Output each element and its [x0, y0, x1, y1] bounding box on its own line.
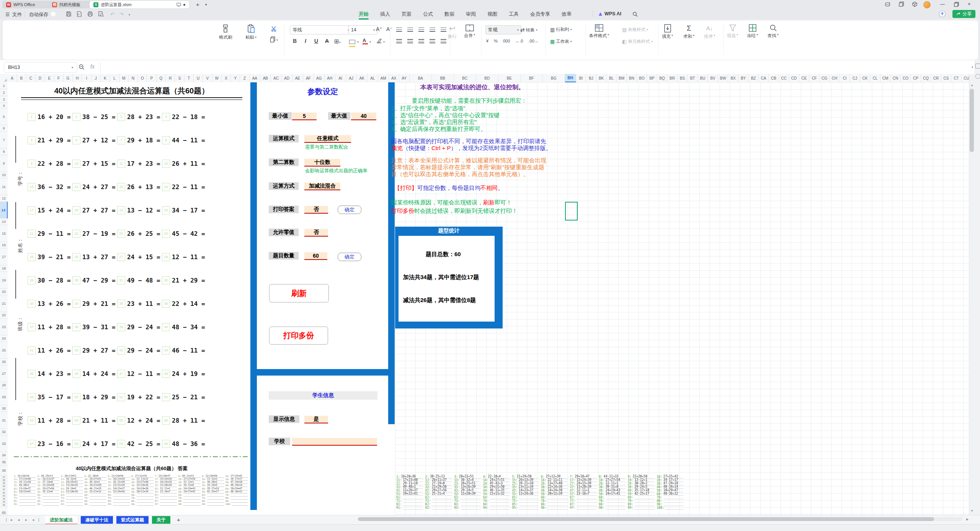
- cell-style-button[interactable]: ◧单元格样式▾: [622, 39, 653, 44]
- column-header-AB[interactable]: AB: [260, 74, 271, 82]
- panel-collapse-icon[interactable]: [975, 64, 980, 69]
- sheet-tab-进阶加减法[interactable]: 进阶加减法: [45, 516, 77, 525]
- row-header-37[interactable]: 37: [0, 475, 8, 479]
- column-header-BC[interactable]: BC: [454, 74, 476, 82]
- row-header-39[interactable]: 39: [0, 482, 8, 485]
- font-size-select[interactable]: 14▾: [348, 25, 377, 34]
- column-header-W[interactable]: W: [212, 74, 222, 82]
- row-header-43[interactable]: 43: [0, 494, 8, 497]
- format-painter-button[interactable]: 格式刷: [219, 24, 232, 40]
- column-header-CG[interactable]: CG: [820, 74, 830, 82]
- row-header-10[interactable]: 10: [0, 172, 8, 178]
- row-header-8[interactable]: 8: [0, 149, 8, 155]
- column-header-BS[interactable]: BS: [678, 74, 688, 82]
- undo-redo-chevron-icon[interactable]: ▾: [129, 13, 130, 16]
- redo-icon[interactable]: ↷: [119, 11, 124, 17]
- column-header-BM[interactable]: BM: [617, 74, 627, 82]
- font-color-chevron-icon[interactable]: ▾: [369, 40, 371, 44]
- clear-format-chevron-icon[interactable]: ▾: [383, 40, 385, 44]
- hamburger-icon[interactable]: ☰: [5, 11, 10, 17]
- multi-window-icon[interactable]: [899, 2, 904, 7]
- row-header-2[interactable]: 2: [0, 89, 8, 96]
- column-header-P[interactable]: P: [147, 74, 157, 82]
- column-header-CS[interactable]: CS: [941, 74, 952, 82]
- column-header-CF[interactable]: CF: [809, 74, 820, 82]
- column-header-BU[interactable]: BU: [698, 74, 708, 82]
- conditional-format-button[interactable]: 条件格式▾: [589, 24, 609, 39]
- decrease-font-button[interactable]: A⁻: [386, 26, 393, 32]
- bold-button[interactable]: B: [291, 38, 299, 44]
- second-value-field[interactable]: 十位数: [304, 159, 340, 167]
- row-header-5[interactable]: 5: [0, 108, 8, 125]
- column-header-L[interactable]: L: [110, 74, 119, 82]
- sheet-tab-竖式运算题[interactable]: 竖式运算题: [116, 516, 149, 524]
- column-header-CP[interactable]: CP: [911, 74, 921, 82]
- document-tab[interactable]: S 进阶运算题.xlsm: [90, 1, 189, 8]
- column-header-BK[interactable]: BK: [596, 74, 607, 82]
- column-header-BT[interactable]: BT: [688, 74, 698, 82]
- column-header-BF[interactable]: BF: [521, 74, 543, 82]
- column-header-BI[interactable]: BI: [576, 74, 586, 82]
- column-header-E[interactable]: E: [45, 74, 54, 82]
- row-header-32[interactable]: 32: [0, 429, 8, 435]
- find-button[interactable]: 查找▾: [768, 24, 779, 39]
- scroll-up-icon[interactable]: ▲: [970, 83, 973, 87]
- column-header-CI[interactable]: CI: [840, 74, 850, 82]
- number-format-select[interactable]: 常规▾: [485, 25, 521, 34]
- confirm-button-2[interactable]: 确定: [338, 253, 361, 261]
- docer-tab[interactable]: 稻 找稻壳模板: [48, 1, 94, 8]
- ribbon-tab-视图[interactable]: 视图: [487, 11, 498, 20]
- show-info-value-field[interactable]: 是: [304, 416, 328, 423]
- ribbon-tab-会员专享[interactable]: 会员专享: [529, 11, 551, 20]
- column-header-AY[interactable]: AY: [399, 74, 410, 82]
- fx-icon[interactable]: fx: [90, 64, 95, 70]
- row-header-24[interactable]: 24: [0, 335, 8, 342]
- column-header-CR[interactable]: CR: [931, 74, 941, 82]
- sum-button[interactable]: Σ 求和▾: [683, 24, 694, 39]
- row-header-42[interactable]: 42: [0, 491, 8, 494]
- align-button-7[interactable]: [406, 38, 414, 44]
- save-icon[interactable]: [66, 11, 72, 17]
- align-button-8[interactable]: [417, 38, 425, 44]
- avatar[interactable]: [923, 1, 931, 8]
- formula-bar-expand-icon[interactable]: ▾: [972, 65, 973, 69]
- row-header-6[interactable]: 6: [0, 125, 8, 132]
- sheet-nav-icons[interactable]: ❘◂ ◂ ▸ ▸❘: [5, 518, 42, 522]
- row-header-14[interactable]: 14: [0, 219, 8, 225]
- row-header-38[interactable]: 38: [0, 479, 8, 482]
- column-header-D[interactable]: D: [36, 74, 45, 82]
- row-header-17[interactable]: 17: [0, 248, 8, 265]
- column-header-BH[interactable]: BH: [565, 74, 576, 82]
- column-header-BX[interactable]: BX: [728, 74, 738, 82]
- column-header-CE[interactable]: CE: [799, 74, 810, 82]
- cube-icon[interactable]: [912, 2, 918, 7]
- column-header-CD[interactable]: CD: [789, 74, 799, 82]
- column-header-BP[interactable]: BP: [647, 74, 657, 82]
- column-header-BZ[interactable]: BZ: [748, 74, 759, 82]
- column-header-CU[interactable]: CU: [962, 74, 969, 82]
- column-header-A[interactable]: A: [8, 74, 17, 82]
- print-multiple-button[interactable]: 打印多份: [269, 327, 328, 345]
- school-value-field[interactable]: [292, 438, 377, 446]
- row-header-9[interactable]: 9: [0, 155, 8, 172]
- sheet-tab-关于[interactable]: 关于: [152, 516, 170, 524]
- column-header-S[interactable]: S: [175, 74, 184, 82]
- row-header-65[interactable]: 65: [0, 510, 8, 515]
- minimize-button[interactable]: —: [940, 2, 945, 7]
- column-header-H[interactable]: H: [73, 74, 82, 82]
- row-header-46[interactable]: 46: [0, 504, 8, 507]
- row-header-19[interactable]: 19: [0, 272, 8, 289]
- column-header-AF[interactable]: AF: [303, 74, 314, 82]
- export-pdf-icon[interactable]: P: [77, 11, 82, 17]
- copy-button[interactable]: ▾: [270, 36, 278, 42]
- table-style-button[interactable]: ▨表格样式▾: [622, 27, 648, 33]
- column-header-BJ[interactable]: BJ: [586, 74, 596, 82]
- fill-color-button[interactable]: [349, 39, 355, 47]
- filter-button[interactable]: 筛选▾: [727, 24, 738, 39]
- row-header-1[interactable]: 1: [0, 82, 8, 89]
- method-value-field[interactable]: 加减法混合: [304, 183, 340, 190]
- number-icon-4[interactable]: ←.0: [515, 39, 523, 43]
- column-header-V[interactable]: V: [203, 74, 212, 82]
- share-button[interactable]: 分享: [952, 10, 975, 18]
- column-header-AC[interactable]: AC: [271, 74, 282, 82]
